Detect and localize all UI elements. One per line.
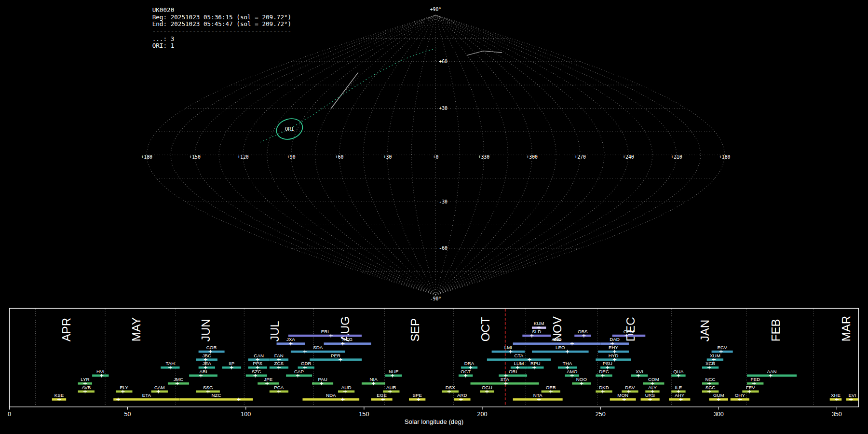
shower-label-ssg: SSG (203, 385, 213, 390)
equator-longitude-label: +210 (671, 154, 682, 160)
shower-label-kse: KSE (54, 393, 64, 398)
equator-longitude-label: +180 (719, 154, 731, 160)
count-unidentified: ...: 3 (152, 35, 175, 42)
shower-label-oct: OCT (461, 369, 471, 374)
shower-label-sda: SDA (313, 345, 323, 350)
x-tick-label: 300 (714, 411, 724, 418)
shower-label-ehy: EHY (609, 345, 619, 350)
shower-label-dad: DAD (610, 337, 620, 342)
shower-label-oer: OER (546, 385, 556, 390)
shower-bar-leo (532, 351, 589, 353)
end-time-line: End: 20251023 05:45:47 (sol = 209.72°) (152, 20, 291, 27)
shower-label-mon: MON (617, 393, 628, 398)
shower-label-xvi: XVI (636, 369, 643, 374)
shower-label-ocu: OCU (482, 385, 492, 390)
latitude-label: +60 (439, 59, 448, 64)
shower-label-ari: ARI (199, 369, 207, 374)
shower-bar-kcg (324, 342, 371, 345)
meteor-radiant-screen: +90°-90°+180+150+120+90+60+30+0+330+300+… (0, 0, 868, 434)
shower-bar-ari (189, 374, 217, 377)
shower-label-amo: AMO (567, 369, 578, 374)
shower-label-nzc: NZC (211, 393, 221, 398)
shower-label-spe: SPE (412, 393, 422, 398)
radiant-label-ori: ORI (285, 126, 294, 132)
equator-longitude-label: +240 (623, 154, 634, 160)
month-label-jun: JUN (199, 319, 212, 341)
shower-label-dsx: DSX (446, 385, 456, 390)
shower-label-gum: GUM (713, 393, 724, 398)
equator-longitude-label: +180 (141, 154, 152, 160)
latitude-label: -30 (439, 199, 448, 204)
shower-label-zcs: ZCS (274, 361, 284, 366)
shower-label-nta: NTA (533, 393, 542, 398)
separator-line: -------------------------------------- (152, 27, 291, 34)
shower-label-qua: QUA (673, 369, 684, 374)
shower-label-xhe: XHE (831, 393, 841, 398)
shower-bar-sld (522, 335, 551, 337)
shower-label-eri: ERI (321, 329, 329, 334)
equator-longitude-label: +120 (237, 154, 249, 160)
pole-label-bottom: -90° (430, 296, 441, 301)
background (0, 0, 868, 434)
shower-label-and: AND (552, 337, 562, 342)
shower-label-ahy: AHY (675, 393, 685, 398)
shower-label-jbc: JBC (203, 353, 211, 358)
shower-label-dkd: DKD (599, 385, 609, 390)
shower-label-eta: ETA (142, 393, 151, 398)
shower-label-lum: LUM (514, 361, 524, 366)
shower-label-fed: FED (751, 377, 760, 382)
shower-bar-nzc (180, 398, 253, 401)
x-tick-label: 150 (359, 411, 369, 418)
shower-label-ege: EGE (377, 393, 387, 398)
shower-label-dra: DRA (464, 361, 475, 366)
shower-label-cta: CTA (515, 353, 524, 358)
shower-label-nia: NIA (369, 377, 378, 382)
shower-label-pps: PPS (253, 361, 263, 366)
shower-label-aly: ALY (648, 385, 657, 390)
shower-label-jea: JEA (203, 361, 211, 366)
shower-label-jpe: JPE (264, 377, 272, 382)
shower-label-dec: DEC (599, 369, 609, 374)
shower-label-hyd: HYD (609, 353, 619, 358)
shower-label-ori: ORI (509, 369, 517, 374)
equator-longitude-label: +90 (287, 154, 296, 160)
month-label-feb: FEB (769, 319, 782, 341)
month-label-oct: OCT (479, 317, 492, 341)
shower-label-kcg: KCG (342, 337, 353, 342)
shower-label-ard: ARD (457, 393, 467, 398)
shower-label-jxa: JXA (286, 337, 295, 342)
equator-longitude-label: +30 (383, 154, 392, 160)
month-label-apr: APR (60, 318, 73, 342)
equator-longitude-label: +150 (189, 154, 201, 160)
shower-label-cor: COR (206, 345, 217, 350)
shower-label-aur: AUR (386, 385, 396, 390)
x-tick-label: 0 (8, 411, 11, 418)
shower-label-avb: AVB (81, 385, 91, 390)
shower-label-szc: SZC (252, 369, 261, 374)
equator-longitude-label: +330 (478, 154, 490, 160)
equator-longitude-label: +300 (526, 154, 538, 160)
shower-label-noo: NOO (576, 377, 587, 382)
begin-time-line: Beg: 20251023 05:36:15 (sol = 209.72°) (152, 14, 291, 21)
shower-bar-per (310, 358, 362, 361)
shower-label-lmi: LMI (504, 345, 512, 350)
shower-label-ecv: ECV (718, 345, 728, 350)
x-axis-label: Solar longitude (deg) (405, 418, 463, 425)
equator-longitude-label: +270 (574, 154, 586, 160)
month-label-sep: SEP (408, 318, 421, 341)
shower-label-kum: KUM (534, 321, 544, 326)
x-tick-label: 50 (124, 411, 131, 418)
x-tick-label: 200 (477, 411, 487, 418)
shower-label-tah: TAH (165, 361, 175, 366)
shower-label-nue: NUE (389, 369, 399, 374)
shower-label-lyr: LYR (81, 377, 89, 382)
month-label-jan: JAN (698, 320, 711, 342)
latitude-label: -60 (439, 245, 448, 251)
month-label-mar: MAR (840, 316, 853, 342)
shower-label-can: CAN (254, 353, 264, 358)
shower-label-urs: URS (645, 393, 655, 398)
shower-label-aud: AUD (341, 385, 352, 390)
shower-label-scc: SCC (705, 385, 716, 390)
shower-label-sld: SLD (532, 329, 541, 334)
shower-label-ohy: OHY (735, 393, 746, 398)
